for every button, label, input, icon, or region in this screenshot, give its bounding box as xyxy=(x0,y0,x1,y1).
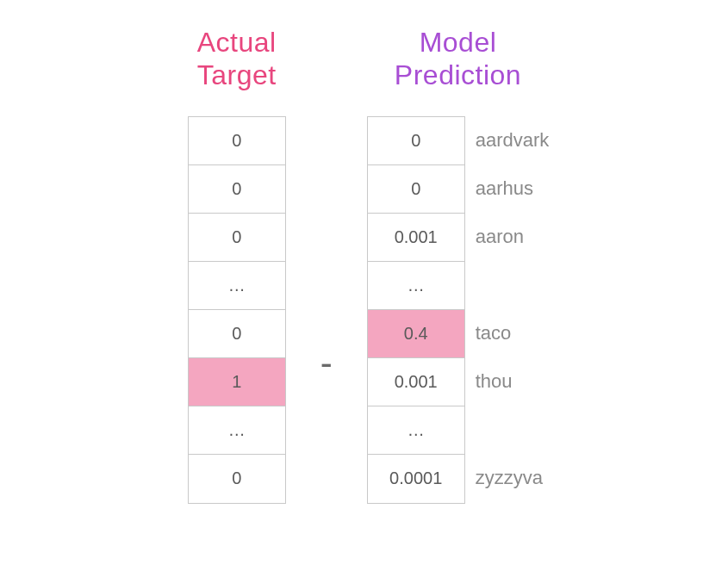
minus-operator: - xyxy=(320,343,333,384)
vector-cell: 0 xyxy=(189,310,285,358)
vector-cell: … xyxy=(189,262,285,310)
vector-cell: 0 xyxy=(189,165,285,214)
word-label: aarhus xyxy=(476,164,550,213)
word-label xyxy=(476,261,550,309)
vector-cell: … xyxy=(189,406,285,455)
diagram-container: Actual Target 0 0 0 … 0 1 … 0 - Model Pr… xyxy=(0,0,728,504)
heading-line1: Model xyxy=(420,27,497,58)
word-label: aaron xyxy=(476,213,550,261)
actual-target-vector-wrap: 0 0 0 … 0 1 … 0 xyxy=(188,116,286,504)
vector-cell: … xyxy=(368,262,464,310)
vector-cell: 0 xyxy=(189,214,285,262)
vector-cell: 0.0001 xyxy=(368,455,464,503)
heading-line1: Actual xyxy=(197,27,277,58)
vector-cell: 0 xyxy=(189,455,285,503)
word-label: aardvark xyxy=(476,116,550,164)
actual-target-vector: 0 0 0 … 0 1 … 0 xyxy=(188,116,286,504)
word-label: taco xyxy=(476,309,550,357)
vector-cell: 0 xyxy=(189,117,285,165)
model-prediction-column: Model Prediction 0 0 0.001 … 0.4 0.001 …… xyxy=(367,26,550,504)
word-labels: aardvark aarhus aaron taco thou zyzzyva xyxy=(476,116,550,502)
actual-target-heading: Actual Target xyxy=(197,26,277,92)
model-prediction-vector: 0 0 0.001 … 0.4 0.001 … 0.0001 xyxy=(367,116,465,504)
vector-cell: 0.001 xyxy=(368,214,464,262)
heading-line2: Target xyxy=(197,59,277,90)
vector-cell: … xyxy=(368,406,464,455)
vector-cell: 0.001 xyxy=(368,358,464,406)
heading-line2: Prediction xyxy=(395,59,521,90)
vector-cell: 0 xyxy=(368,165,464,214)
model-prediction-vector-wrap: 0 0 0.001 … 0.4 0.001 … 0.0001 aardvark … xyxy=(367,116,550,504)
actual-target-column: Actual Target 0 0 0 … 0 1 … 0 xyxy=(188,26,286,504)
vector-cell-highlight: 1 xyxy=(189,358,285,406)
word-label: thou xyxy=(476,357,550,406)
word-label: zyzzyva xyxy=(476,454,550,502)
vector-cell-highlight: 0.4 xyxy=(368,310,464,358)
word-label xyxy=(476,406,550,454)
vector-cell: 0 xyxy=(368,117,464,165)
model-prediction-heading: Model Prediction xyxy=(395,26,521,92)
